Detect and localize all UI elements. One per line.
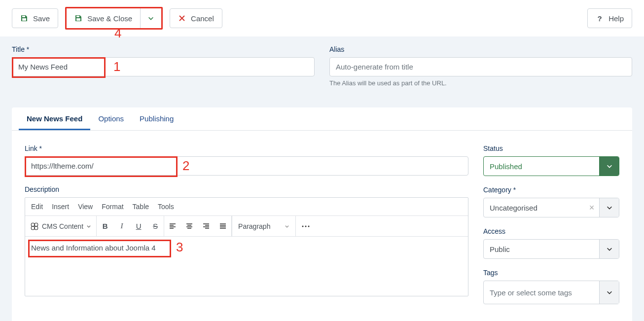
italic-button[interactable]: I — [113, 216, 130, 237]
strike-button[interactable]: S — [147, 216, 164, 237]
clear-icon[interactable]: × — [584, 198, 599, 217]
title-input[interactable] — [12, 57, 315, 76]
save-label: Save — [33, 14, 50, 23]
chevron-down-icon — [86, 224, 91, 229]
tab-options[interactable]: Options — [90, 107, 132, 130]
joomla-icon — [30, 222, 39, 231]
tags-placeholder: Type or select some tags — [490, 288, 599, 297]
underline-button[interactable]: U — [130, 216, 147, 237]
menu-edit[interactable]: Edit — [31, 203, 43, 211]
title-field: Title * 1 — [12, 45, 315, 87]
category-label: Category * — [483, 186, 619, 194]
chevron-down-icon — [285, 224, 289, 229]
link-label: Link * — [25, 144, 468, 152]
chevron-down-icon — [599, 157, 619, 176]
svg-point-4 — [302, 225, 304, 227]
menu-view[interactable]: View — [78, 203, 93, 211]
bold-button[interactable]: B — [97, 216, 113, 237]
access-label: Access — [483, 227, 619, 235]
help-label: Help — [608, 14, 624, 23]
align-center-button[interactable] — [181, 216, 198, 237]
save-close-button[interactable]: Save & Close — [67, 8, 141, 28]
toolbar: Save Save & Close Cancel ? Help 4 — [0, 0, 644, 36]
editor-body[interactable]: News and Information about Joomla 4 3 — [25, 237, 468, 296]
svg-point-3 — [35, 226, 38, 230]
access-value: Public — [484, 240, 599, 258]
alias-label: Alias — [329, 45, 632, 53]
cancel-button[interactable]: Cancel — [170, 8, 222, 28]
annotation-3: 3 — [176, 240, 183, 255]
svg-point-0 — [31, 223, 35, 226]
align-left-button[interactable] — [164, 216, 181, 237]
chevron-down-icon — [599, 240, 619, 258]
chevron-down-icon — [599, 198, 619, 217]
sidebar: Status Published Category * Uncategorise… — [483, 144, 619, 314]
tab-publishing[interactable]: Publishing — [132, 107, 181, 130]
chevron-down-icon — [599, 281, 619, 304]
cms-content-button[interactable]: CMS Content — [25, 216, 96, 237]
close-icon — [178, 14, 186, 22]
category-value: Uncategorised — [484, 198, 584, 217]
editor: Edit Insert View Format Table Tools CMS … — [25, 197, 468, 296]
link-field: Link * 2 — [25, 144, 468, 176]
content: Title * 1 Alias The Alias will be used a… — [0, 36, 644, 321]
svg-point-6 — [308, 225, 310, 227]
tab-new-feed[interactable]: New News Feed — [19, 107, 90, 130]
menu-tools[interactable]: Tools — [158, 203, 174, 211]
status-select[interactable]: Published — [483, 156, 619, 176]
svg-point-5 — [305, 225, 307, 227]
menu-insert[interactable]: Insert — [52, 203, 69, 211]
menu-table[interactable]: Table — [133, 203, 149, 211]
tags-select[interactable]: Type or select some tags — [483, 281, 619, 304]
access-select[interactable]: Public — [483, 239, 619, 259]
status-label: Status — [483, 144, 619, 152]
cms-content-label: CMS Content — [42, 222, 83, 230]
description-field: Description Edit Insert View Format Tabl… — [25, 185, 468, 296]
cancel-label: Cancel — [191, 14, 214, 23]
save-button[interactable]: Save — [12, 8, 58, 28]
category-select[interactable]: Uncategorised × — [483, 198, 619, 217]
block-format-label: Paragraph — [238, 222, 270, 230]
svg-point-1 — [35, 223, 38, 226]
save-icon — [20, 14, 28, 22]
align-right-button[interactable] — [198, 216, 215, 237]
alias-field: Alias The Alias will be used as part of … — [329, 45, 632, 87]
editor-toolbar: CMS Content B I U S — [25, 216, 468, 237]
help-button[interactable]: ? Help — [587, 8, 632, 28]
more-button[interactable] — [296, 216, 316, 237]
help-icon: ? — [596, 14, 604, 22]
menu-format[interactable]: Format — [102, 203, 123, 211]
tabs: New News Feed Options Publishing — [12, 107, 632, 131]
save-close-label: Save & Close — [87, 14, 132, 23]
save-icon — [74, 14, 82, 22]
status-value: Published — [484, 157, 599, 176]
description-label: Description — [25, 185, 468, 193]
alias-input[interactable] — [329, 57, 632, 76]
save-close-group: Save & Close — [65, 7, 163, 30]
description-text: News and Information about Joomla 4 — [31, 244, 156, 252]
block-format-select[interactable]: Paragraph — [232, 216, 296, 237]
tags-label: Tags — [483, 269, 619, 277]
svg-point-2 — [31, 226, 35, 230]
editor-menubar: Edit Insert View Format Table Tools — [25, 198, 468, 216]
alias-hint: The Alias will be used as part of the UR… — [329, 79, 632, 87]
save-close-dropdown[interactable] — [141, 8, 161, 28]
title-label: Title * — [12, 45, 315, 53]
link-input[interactable] — [25, 156, 468, 176]
panel: New News Feed Options Publishing Link * … — [12, 107, 632, 321]
align-justify-button[interactable] — [215, 216, 231, 237]
